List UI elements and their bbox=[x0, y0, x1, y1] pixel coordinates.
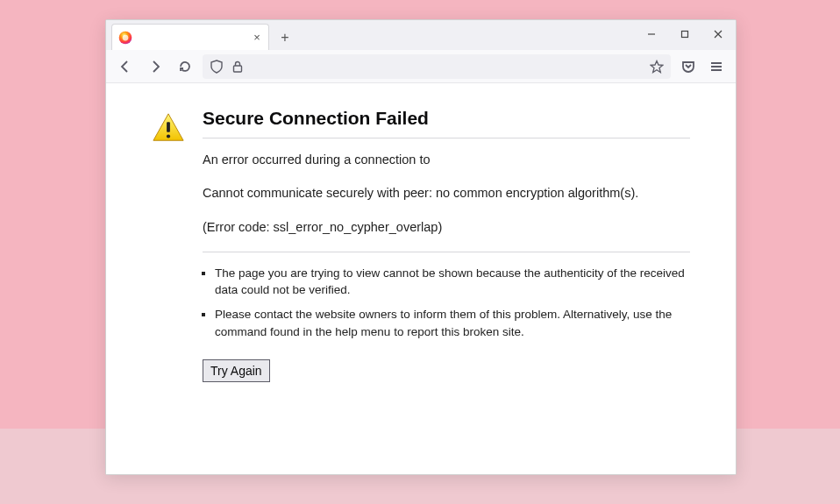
address-bar[interactable] bbox=[203, 54, 671, 79]
close-window-button[interactable] bbox=[706, 24, 730, 45]
new-tab-button[interactable]: + bbox=[273, 25, 297, 50]
bookmark-star-icon[interactable] bbox=[650, 60, 664, 74]
firefox-icon bbox=[117, 30, 133, 46]
error-title: Secure Connection Failed bbox=[203, 108, 690, 129]
reload-button[interactable] bbox=[173, 54, 197, 79]
error-bullet-list: The page you are trying to view cannot b… bbox=[203, 265, 690, 340]
save-to-pocket-button[interactable] bbox=[676, 54, 701, 79]
minimize-button[interactable] bbox=[639, 24, 664, 45]
forward-button[interactable] bbox=[143, 54, 167, 79]
error-bullet: The page you are trying to view cannot b… bbox=[215, 265, 690, 299]
maximize-button[interactable] bbox=[673, 24, 697, 45]
divider bbox=[203, 252, 690, 252]
try-again-button[interactable]: Try Again bbox=[203, 359, 270, 382]
lock-icon bbox=[231, 60, 245, 74]
browser-tab[interactable]: × bbox=[111, 24, 269, 50]
error-line-1: An error occurred during a connection to bbox=[203, 151, 690, 168]
browser-window: × + bbox=[105, 19, 737, 475]
svg-rect-2 bbox=[682, 32, 688, 38]
app-menu-button[interactable] bbox=[704, 54, 729, 79]
shield-icon bbox=[210, 60, 224, 74]
svg-rect-4 bbox=[167, 122, 170, 131]
page-content: Secure Connection Failed An error occurr… bbox=[106, 83, 736, 474]
error-line-2: Cannot communicate securely with peer: n… bbox=[203, 184, 690, 202]
error-page: Secure Connection Failed An error occurr… bbox=[152, 108, 690, 382]
warning-icon bbox=[152, 111, 185, 145]
navigation-toolbar bbox=[106, 50, 736, 83]
svg-point-1 bbox=[123, 34, 129, 40]
error-code: (Error code: ssl_error_no_cypher_overlap… bbox=[203, 218, 690, 236]
back-button[interactable] bbox=[113, 54, 138, 79]
tab-strip: × + bbox=[106, 20, 736, 50]
error-bullet: Please contact the website owners to inf… bbox=[215, 306, 690, 340]
window-controls bbox=[639, 24, 730, 45]
svg-point-5 bbox=[167, 134, 170, 138]
divider bbox=[203, 138, 690, 138]
svg-rect-3 bbox=[234, 66, 242, 72]
close-tab-button[interactable]: × bbox=[251, 32, 263, 44]
